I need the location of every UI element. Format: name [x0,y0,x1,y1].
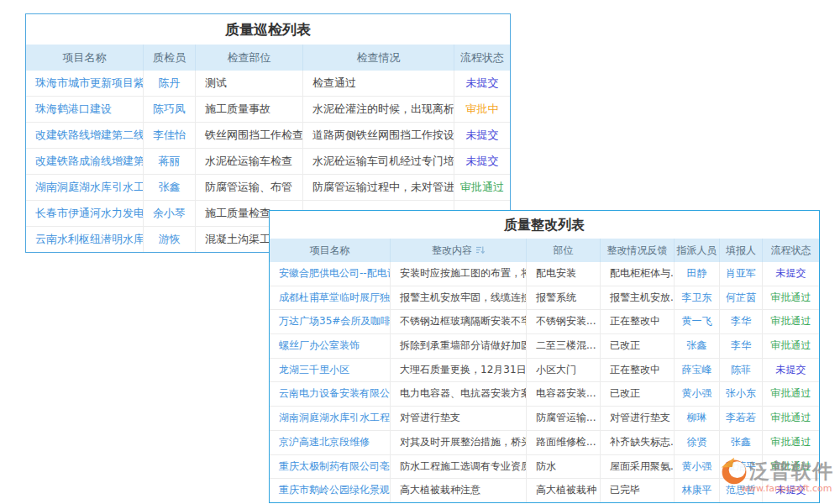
cell-inspector[interactable]: 余小琴 [143,201,195,226]
cell-part: 高大植被栽种 [526,479,600,502]
cell-assignee[interactable]: 林康平 [674,479,719,502]
cell-inspector[interactable]: 张鑫 [143,175,195,200]
cell-rectify-content: 不锈钢边框玻璃隔断安装不牢... [390,310,526,333]
cell-reporter[interactable]: 张小东 [719,382,762,406]
cell-reporter[interactable]: 李华 [719,310,762,333]
table-row[interactable]: 龙湖三千里小区大理石质量更换，12月31日之...小区大门正在整改中薛宝峰陈菲未… [270,359,819,383]
column-header-inspection-detail: 检查情况 [302,45,454,71]
table-row[interactable]: 改建铁路线增建第二线...李佳怡铁丝网围挡工作检查道路两侧铁丝网围挡工作按设计.… [26,123,510,149]
cell-project-name[interactable]: 京沪高速北京段维修 [270,431,390,454]
cell-reporter[interactable]: 张鑫 [719,431,762,454]
cell-project-name[interactable]: 珠海鹤港口建设 [26,97,143,122]
column-header-part: 部位 [526,239,600,262]
cell-project-name[interactable]: 改建铁路成渝线增建第... [26,149,143,174]
cell-inspection-detail: 水泥砼灌注的时候，出现离析现象 [302,97,454,122]
cell-reporter[interactable]: 范思哲 [719,479,762,502]
cell-status: 未提交 [454,149,510,174]
cell-reporter[interactable]: 李若若 [719,407,762,430]
cell-status: 审批通过 [762,382,819,406]
cell-part: 二至三楼混... [526,334,600,358]
cell-inspection-part: 防腐管运输、布管 [195,175,302,200]
cell-project-name[interactable]: 湖南洞庭湖水库引水工程施工... [270,407,390,430]
cell-feedback: 配电柜柜体与... [600,262,674,286]
cell-inspector[interactable]: 陈丹 [143,71,195,96]
column-header-feedback: 整改情况反馈 [600,239,674,262]
cell-project-name[interactable]: 湖南洞庭湖水库引水工... [26,175,143,200]
cell-status: 未提交 [762,479,819,502]
cell-project-name[interactable]: 重庆太极制药有限公司亳州中... [270,455,390,479]
cell-assignee[interactable]: 徐贤 [674,431,719,454]
table-row[interactable]: 湖南洞庭湖水库引水工...张鑫防腐管运输、布管防腐管运输过程中，未对管进行...… [26,175,510,201]
cell-inspection-part: 铁丝网围挡工作检查 [195,123,302,148]
cell-project-name[interactable]: 万达广场35#会所及咖啡厅空... [270,310,390,333]
rectification-table-title: 质量整改列表 [270,211,819,239]
cell-assignee[interactable]: 黄小强 [674,455,719,479]
cell-project-name[interactable]: 龙湖三千里小区 [270,359,390,382]
cell-status: 未提交 [762,262,819,286]
cell-status: 未提交 [454,123,510,148]
rectification-table-body: 安徽合肥供电公司--配电设备...安装时应按施工图的布置，将...配电安装配电柜… [270,262,819,502]
cell-feedback: 对管进行垫支 [600,407,674,430]
cell-rectify-content: 高大植被栽种注意 [390,479,526,502]
column-header-status: 流程状态 [762,239,819,262]
cell-status: 审批中 [454,97,510,122]
cell-reporter[interactable]: 董清平 [719,455,762,479]
cell-part: 不锈钢安装... [526,310,600,333]
cell-project-name[interactable]: 长春市伊通河水力发电... [26,201,143,226]
table-row[interactable]: 成都杜甫草堂临时展厅独立展...报警主机安放牢固，线缆连接...报警系统报警主机… [270,286,819,311]
table-row[interactable]: 珠海市城市更新项目紫...陈丹测试检查通过未提交 [26,71,510,97]
cell-project-name[interactable]: 珠海市城市更新项目紫... [26,71,143,96]
cell-inspection-detail: 检查通过 [302,71,454,96]
table-row[interactable]: 京沪高速北京段维修对其及时开展整治措施，桥头...路面维修检...补齐缺失标志.… [270,431,819,455]
table-row[interactable]: 珠海鹤港口建设陈巧凤施工质量事故水泥砼灌注的时候，出现离析现象审批中 [26,97,510,123]
table-row[interactable]: 重庆市鹅岭公园绿化景观提升...高大植被栽种注意高大植被栽种已完毕林康平范思哲未… [270,479,819,502]
cell-rectify-content: 对管进行垫支 [390,407,526,430]
cell-assignee[interactable]: 黄小强 [674,382,719,406]
cell-part: 报警系统 [526,286,600,310]
cell-status: 审批通过 [762,431,819,454]
cell-inspector[interactable]: 游恢 [143,227,195,252]
cell-assignee[interactable]: 李卫东 [674,286,719,310]
page: 质量巡检列表 项目名称质检员检查部位检查情况流程状态 珠海市城市更新项目紫...… [0,0,840,504]
cell-reporter[interactable]: 陈菲 [719,359,762,382]
table-row[interactable]: 安徽合肥供电公司--配电设备...安装时应按施工图的布置，将...配电安装配电柜… [270,262,819,286]
cell-assignee[interactable]: 柳琳 [674,407,719,430]
column-header-project-name: 项目名称 [26,45,143,71]
cell-project-name[interactable]: 成都杜甫草堂临时展厅独立展... [270,286,390,310]
cell-feedback: 补齐缺失标志... [600,431,674,454]
cell-status: 未提交 [762,359,819,382]
cell-reporter[interactable]: 何芷茵 [719,286,762,310]
cell-assignee[interactable]: 田静 [674,262,719,286]
cell-part: 路面维修检... [526,431,600,454]
sort-icon[interactable] [475,239,485,262]
cell-inspection-detail: 水泥砼运输车司机经过专门培训... [302,149,454,174]
cell-rectify-content: 电力电容器、电抗器安装方案,... [390,382,526,406]
cell-inspection-part: 水泥砼运输车检查 [195,149,302,174]
cell-project-name[interactable]: 云南电力设备安装有限公司20... [270,382,390,406]
cell-inspector[interactable]: 蒋丽 [143,149,195,174]
cell-project-name[interactable]: 螺丝厂办公室装饰 [270,334,390,358]
table-row[interactable]: 湖南洞庭湖水库引水工程施工...对管进行垫支防腐管运输...对管进行垫支柳琳李若… [270,407,819,431]
table-row[interactable]: 万达广场35#会所及咖啡厅空...不锈钢边框玻璃隔断安装不牢...不锈钢安装..… [270,310,819,334]
cell-status: 审批通过 [454,175,510,200]
cell-project-name[interactable]: 云南水利枢纽潜明水库... [26,227,143,252]
cell-rectify-content: 拆除到承重墙部分请做好加固... [390,334,526,358]
table-row[interactable]: 重庆太极制药有限公司亳州中...防水工程施工选调有专业资质...防水屋面采用聚氨… [270,455,819,480]
cell-assignee[interactable]: 张鑫 [674,334,719,358]
table-row[interactable]: 螺丝厂办公室装饰拆除到承重墙部分请做好加固...二至三楼混...已改正张鑫李华审… [270,334,819,359]
column-header-inspector: 质检员 [143,45,195,71]
cell-project-name[interactable]: 改建铁路线增建第二线... [26,123,143,148]
cell-project-name[interactable]: 重庆市鹅岭公园绿化景观提升... [270,479,390,502]
cell-project-name[interactable]: 安徽合肥供电公司--配电设备... [270,262,390,286]
table-row[interactable]: 云南电力设备安装有限公司20...电力电容器、电抗器安装方案,...电容器安装.… [270,382,819,407]
cell-status: 审批通过 [762,334,819,358]
rectification-table-header: 项目名称整改内容部位整改情况反馈指派人员填报人流程状态 [270,239,819,262]
cell-inspector[interactable]: 李佳怡 [143,123,195,148]
table-row[interactable]: 改建铁路成渝线增建第...蒋丽水泥砼运输车检查水泥砼运输车司机经过专门培训...… [26,149,510,175]
cell-reporter[interactable]: 肖亚军 [719,262,762,286]
cell-part: 小区大门 [526,359,600,382]
cell-assignee[interactable]: 薛宝峰 [674,359,719,382]
cell-inspector[interactable]: 陈巧凤 [143,97,195,122]
cell-assignee[interactable]: 黄一飞 [674,310,719,333]
cell-reporter[interactable]: 李华 [719,334,762,358]
